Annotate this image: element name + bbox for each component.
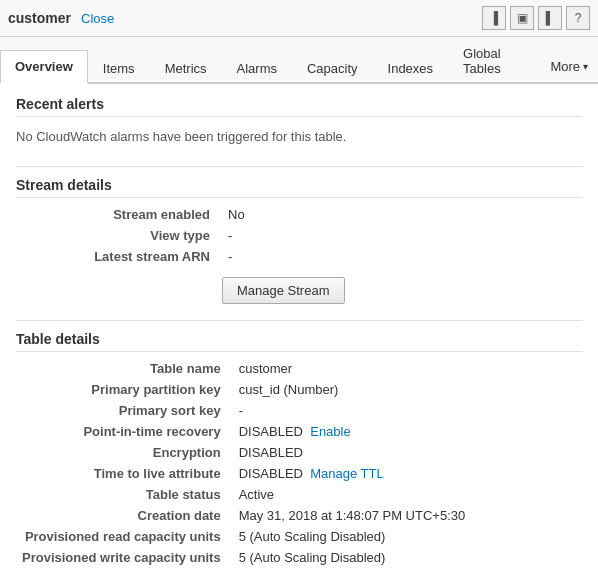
view-type-label: View type	[16, 225, 216, 246]
column-layout-icon-2[interactable]: ▣	[510, 6, 534, 30]
latest-stream-arn-label: Latest stream ARN	[16, 246, 216, 267]
pitr-value: DISABLED Enable	[227, 421, 582, 442]
table-row: Time to live attribute DISABLED Manage T…	[16, 463, 582, 484]
ttl-value: DISABLED Manage TTL	[227, 463, 582, 484]
sort-key-label: Primary sort key	[16, 400, 227, 421]
table-status-value: Active	[227, 484, 582, 505]
read-capacity-label: Provisioned read capacity units	[16, 526, 227, 547]
partition-key-value: cust_id (Number)	[227, 379, 582, 400]
column-layout-icon-3[interactable]: ▌	[538, 6, 562, 30]
table-row: Table name customer	[16, 358, 582, 379]
title-bar-icons: ▐ ▣ ▌ ?	[482, 6, 590, 30]
tab-more[interactable]: More ▾	[540, 51, 598, 82]
ttl-status: DISABLED	[239, 466, 303, 481]
partition-key-label: Primary partition key	[16, 379, 227, 400]
table-details-table: Table name customer Primary partition ke…	[16, 358, 582, 569]
chevron-down-icon: ▾	[583, 61, 588, 72]
sort-key-value: -	[227, 400, 582, 421]
tab-global-tables[interactable]: Global Tables	[448, 37, 540, 84]
view-type-value: -	[216, 225, 582, 246]
table-row: Latest stream ARN -	[16, 246, 582, 267]
table-status-label: Table status	[16, 484, 227, 505]
table-name-label: Table name	[16, 358, 227, 379]
stream-enabled-value: No	[216, 204, 582, 225]
tab-metrics[interactable]: Metrics	[150, 52, 222, 84]
help-icon[interactable]: ?	[566, 6, 590, 30]
creation-date-label: Creation date	[16, 505, 227, 526]
table-row: View type -	[16, 225, 582, 246]
table-row: Creation date May 31, 2018 at 1:48:07 PM…	[16, 505, 582, 526]
table-row: Provisioned read capacity units 5 (Auto …	[16, 526, 582, 547]
table-row: Primary sort key -	[16, 400, 582, 421]
enable-pitr-link[interactable]: Enable	[310, 424, 350, 439]
manage-stream-button[interactable]: Manage Stream	[222, 277, 345, 304]
table-row: Point-in-time recovery DISABLED Enable	[16, 421, 582, 442]
pitr-status: DISABLED	[239, 424, 303, 439]
stream-details-title: Stream details	[16, 177, 582, 198]
encryption-label: Encryption	[16, 442, 227, 463]
tab-alarms[interactable]: Alarms	[222, 52, 292, 84]
table-row: Table status Active	[16, 484, 582, 505]
write-capacity-label: Provisioned write capacity units	[16, 547, 227, 568]
table-row: Primary partition key cust_id (Number)	[16, 379, 582, 400]
stream-details-section: Stream details Stream enabled No View ty…	[16, 177, 582, 304]
title-bar: customer Close ▐ ▣ ▌ ?	[0, 0, 598, 37]
write-capacity-value: 5 (Auto Scaling Disabled)	[227, 547, 582, 568]
tab-overview[interactable]: Overview	[0, 50, 88, 84]
encryption-value: DISABLED	[227, 442, 582, 463]
table-details-section: Table details Table name customer Primar…	[16, 331, 582, 569]
pitr-label: Point-in-time recovery	[16, 421, 227, 442]
close-link[interactable]: Close	[81, 11, 114, 26]
table-row: Encryption DISABLED	[16, 442, 582, 463]
table-details-title: Table details	[16, 331, 582, 352]
title-bar-left: customer Close	[8, 10, 114, 26]
creation-date-value: May 31, 2018 at 1:48:07 PM UTC+5:30	[227, 505, 582, 526]
table-row: Stream enabled No	[16, 204, 582, 225]
main-content: Recent alerts No CloudWatch alarms have …	[0, 84, 598, 569]
read-capacity-value: 5 (Auto Scaling Disabled)	[227, 526, 582, 547]
tab-capacity[interactable]: Capacity	[292, 52, 373, 84]
manage-ttl-link[interactable]: Manage TTL	[310, 466, 383, 481]
ttl-label: Time to live attribute	[16, 463, 227, 484]
tab-indexes[interactable]: Indexes	[373, 52, 449, 84]
stream-details-table: Stream enabled No View type - Latest str…	[16, 204, 582, 267]
recent-alerts-section: Recent alerts No CloudWatch alarms have …	[16, 96, 582, 150]
latest-stream-arn-value: -	[216, 246, 582, 267]
table-name-title: customer	[8, 10, 71, 26]
column-layout-icon-1[interactable]: ▐	[482, 6, 506, 30]
table-row: Provisioned write capacity units 5 (Auto…	[16, 547, 582, 568]
tab-bar: Overview Items Metrics Alarms Capacity I…	[0, 37, 598, 84]
recent-alerts-title: Recent alerts	[16, 96, 582, 117]
recent-alerts-message: No CloudWatch alarms have been triggered…	[16, 123, 582, 150]
table-name-value: customer	[227, 358, 582, 379]
stream-enabled-label: Stream enabled	[16, 204, 216, 225]
tab-items[interactable]: Items	[88, 52, 150, 84]
